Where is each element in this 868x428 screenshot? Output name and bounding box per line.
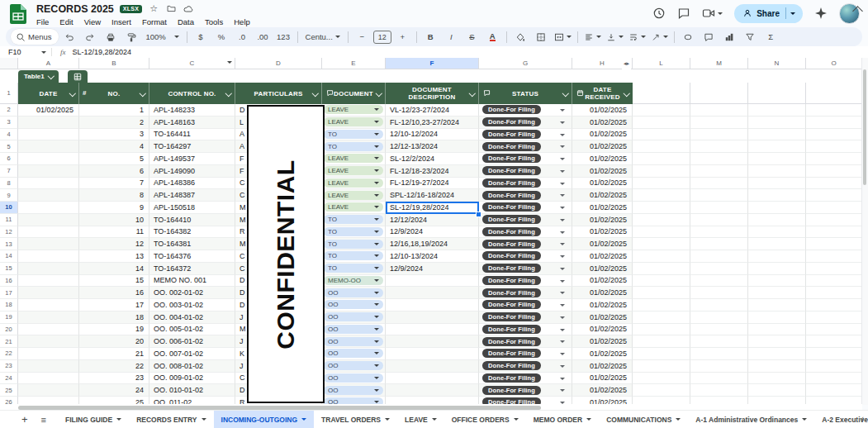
- cell-document[interactable]: TO: [322, 250, 386, 263]
- column-header-B[interactable]: B: [79, 58, 149, 69]
- formula-input[interactable]: SL-12/19,28/2024: [73, 48, 132, 56]
- empty-cell[interactable]: [633, 178, 690, 190]
- insert-comment-button[interactable]: [700, 29, 719, 45]
- select-all-corner[interactable]: [0, 58, 18, 69]
- cell-document-description[interactable]: 12/9/2024: [386, 226, 479, 239]
- menu-format[interactable]: Format: [142, 17, 167, 26]
- cell-no[interactable]: 14: [79, 263, 149, 275]
- cell-date[interactable]: [18, 238, 79, 250]
- status-chip[interactable]: Done-For Filing: [482, 240, 541, 249]
- menu-help[interactable]: Help: [234, 17, 250, 26]
- status-chip[interactable]: Done-For Filing: [482, 312, 541, 321]
- cell-status[interactable]: Done-For Filing: [479, 178, 572, 190]
- cell-document-description[interactable]: VL-12/23-27/2024: [386, 104, 479, 117]
- cell-no[interactable]: 15: [79, 275, 149, 288]
- status-chip[interactable]: Done-For Filing: [482, 373, 541, 383]
- document-chip[interactable]: TO: [324, 130, 383, 139]
- document-chip[interactable]: TO: [324, 142, 383, 151]
- cell-document[interactable]: OO: [322, 287, 386, 299]
- header-dropdown-chevron-icon[interactable]: [562, 90, 568, 97]
- cell-no[interactable]: 2: [79, 117, 149, 129]
- status-chip[interactable]: Done-For Filing: [482, 202, 541, 212]
- cell-document[interactable]: OO: [322, 373, 386, 385]
- font-size-input[interactable]: 12: [373, 31, 391, 44]
- empty-cell[interactable]: [748, 324, 806, 336]
- cell-control-no[interactable]: APL-149537: [149, 153, 235, 165]
- header-dropdown-chevron-icon[interactable]: [225, 90, 231, 97]
- empty-cell[interactable]: [633, 238, 690, 250]
- sheet-tab-menu-icon[interactable]: [802, 418, 807, 421]
- cell-control-no[interactable]: TO-164297: [149, 140, 235, 153]
- vertical-scrollbar[interactable]: [861, 58, 868, 405]
- sheet-tab-a-1-administrative-ordinances[interactable]: A-1 Administrative Ordinances: [688, 411, 814, 428]
- document-chip[interactable]: OO: [324, 386, 383, 395]
- share-button[interactable]: Share: [734, 4, 803, 23]
- sheet-tab-travel-orders[interactable]: TRAVEL ORDERS: [314, 411, 397, 428]
- cell-control-no[interactable]: APL-148233: [149, 104, 235, 117]
- cell-document-description[interactable]: 12/16,18,19/2024: [386, 238, 479, 250]
- status-dropdown-icon[interactable]: [560, 145, 565, 148]
- cell-document-description[interactable]: FL-12/18-23/2024: [386, 165, 479, 178]
- cell-date-received[interactable]: 01/02/2025: [572, 299, 633, 311]
- cell-document[interactable]: TO: [322, 226, 386, 239]
- cell-date[interactable]: [18, 360, 79, 373]
- document-chip[interactable]: OO: [324, 300, 383, 309]
- cell-date-received[interactable]: 01/02/2025: [572, 250, 633, 263]
- status-dropdown-icon[interactable]: [560, 255, 565, 258]
- cell-control-no[interactable]: APL-148387: [149, 189, 235, 202]
- move-folder-icon[interactable]: [165, 3, 177, 15]
- empty-cell[interactable]: [690, 202, 748, 214]
- cell-status[interactable]: Done-For Filing: [479, 384, 572, 397]
- cell-document[interactable]: TO: [322, 129, 386, 141]
- cell-no[interactable]: 20: [79, 335, 149, 348]
- text-rotation-button[interactable]: [649, 29, 670, 45]
- cell-document[interactable]: TO: [322, 238, 386, 250]
- status-chip[interactable]: Done-For Filing: [482, 166, 541, 175]
- cell-date[interactable]: [18, 153, 79, 165]
- cell-date-received[interactable]: 01/02/2025: [572, 287, 633, 299]
- cell-document-description[interactable]: [386, 324, 479, 336]
- borders-button[interactable]: [532, 29, 551, 45]
- sheet-tab-menu-icon[interactable]: [432, 418, 437, 421]
- empty-cell[interactable]: [748, 360, 806, 373]
- chip-dropdown-icon[interactable]: [374, 340, 379, 343]
- status-chip[interactable]: Done-For Filing: [482, 349, 541, 358]
- empty-cell[interactable]: [690, 238, 748, 250]
- cell-date[interactable]: [18, 373, 79, 385]
- row-header-24[interactable]: 24: [0, 373, 18, 385]
- status-dropdown-icon[interactable]: [560, 353, 565, 355]
- cell-date-received[interactable]: 01/02/2025: [572, 335, 633, 348]
- decrease-font-size-button[interactable]: −: [353, 29, 372, 45]
- status-chip[interactable]: Done-For Filing: [482, 117, 541, 126]
- header-dropdown-chevron-icon[interactable]: [139, 90, 145, 97]
- empty-cell[interactable]: [690, 360, 748, 373]
- cell-date[interactable]: [18, 324, 79, 336]
- empty-cell[interactable]: [690, 226, 748, 239]
- font-select[interactable]: Centu...: [302, 29, 344, 45]
- cell-control-no[interactable]: MEMO NO. 001: [149, 275, 235, 288]
- row-header-12[interactable]: 12: [0, 226, 18, 239]
- status-dropdown-icon[interactable]: [560, 280, 565, 283]
- document-chip[interactable]: OO: [324, 349, 383, 358]
- cell-no[interactable]: 17: [79, 299, 149, 311]
- cell-status[interactable]: Done-For Filing: [479, 263, 572, 275]
- empty-cell[interactable]: [690, 287, 748, 299]
- fill-handle[interactable]: [476, 212, 481, 217]
- empty-cell[interactable]: [748, 165, 806, 178]
- header-dropdown-chevron-icon[interactable]: [69, 90, 75, 97]
- sheet-tab-communications[interactable]: COMMUNICATIONS: [599, 411, 688, 428]
- empty-cell[interactable]: [748, 373, 806, 385]
- header-dropdown-chevron-icon[interactable]: [468, 90, 475, 97]
- document-title[interactable]: RECORDS 2025: [36, 3, 114, 15]
- empty-cell[interactable]: [806, 83, 862, 104]
- strikethrough-button[interactable]: S: [462, 29, 481, 45]
- row-header-7[interactable]: 7: [0, 165, 18, 178]
- status-chip[interactable]: Done-For Filing: [482, 337, 541, 346]
- cell-date-received[interactable]: 01/02/2025: [572, 140, 633, 153]
- sheet-tab-menu-icon[interactable]: [514, 418, 519, 421]
- cell-control-no[interactable]: OO. 006-01-02: [149, 335, 235, 348]
- cell-no[interactable]: 1: [79, 104, 149, 117]
- chip-dropdown-icon[interactable]: [374, 194, 379, 197]
- sheet-tab-menu-icon[interactable]: [301, 418, 306, 421]
- empty-cell[interactable]: [690, 299, 748, 311]
